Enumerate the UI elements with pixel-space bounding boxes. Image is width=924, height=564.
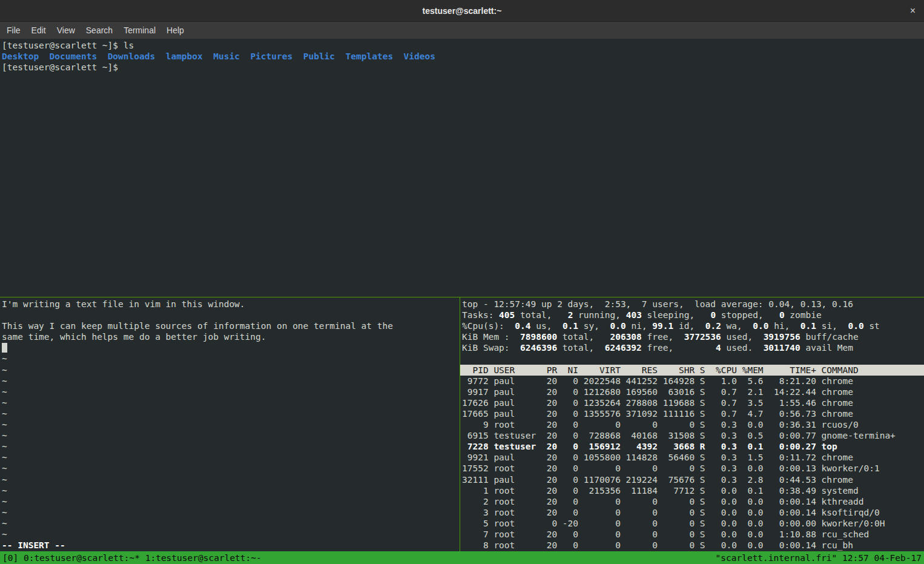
- directory-name: Documents: [50, 51, 97, 61]
- process-row: 5 root 0 -20 0 0 0 S 0.0 0.0 0:00.00 kwo…: [462, 518, 922, 529]
- top-header-row: PID USER PR NI VIRT RES SHR S %CPU %MEM …: [460, 365, 924, 376]
- vim-tilde: ~: [2, 365, 458, 376]
- process-row: 7228 testuser 20 0 156912 4392 3668 R 0.…: [462, 441, 922, 452]
- process-row: 32111 paul 20 0 1170076 219224 75676 S 0…: [462, 474, 922, 485]
- directory-name: Desktop: [2, 51, 39, 61]
- directory-name: Templates: [346, 51, 394, 61]
- close-icon[interactable]: ×: [910, 5, 916, 16]
- vim-tilde: ~: [2, 474, 458, 485]
- directory-name: Music: [213, 51, 240, 61]
- bottom-pane-row: I'm writing a text file in vim in this w…: [0, 297, 924, 551]
- directory-name: Videos: [404, 51, 435, 61]
- directory-name: Public: [303, 51, 335, 61]
- vim-tilde: ~: [2, 518, 458, 529]
- status-host-clock: "scarlett.internal.fri" 12:57 04-Feb-17: [716, 553, 922, 563]
- process-row: 6915 testuser 20 0 728868 40168 31508 S …: [462, 430, 922, 441]
- status-window-list: [0] 0:testuser@scarlett:~* 1:testuser@sc…: [2, 553, 262, 563]
- shell-pane[interactable]: [testuser@scarlett ~]$ ls Desktop Docume…: [0, 39, 924, 297]
- ls-output: Desktop Documents Downloads lampbox Musi…: [2, 51, 922, 62]
- vim-line: [2, 310, 458, 320]
- process-row: 3 root 20 0 0 0 0 S 0.0 0.0 0:00.14 ksof…: [462, 507, 922, 518]
- vim-tilde: ~: [2, 441, 458, 452]
- top-pane[interactable]: top - 12:57:49 up 2 days, 2:53, 7 users,…: [460, 297, 924, 551]
- shell-prompt-line: [testuser@scarlett ~]$: [2, 62, 922, 73]
- top-summary: top - 12:57:49 up 2 days, 2:53, 7 users,…: [462, 299, 922, 353]
- vim-tilde: ~: [2, 496, 458, 507]
- vim-tilde: ~: [2, 387, 458, 397]
- top-summary-line: Tasks: 405 total, 2 running, 403 sleepin…: [462, 310, 922, 320]
- vim-tilde: ~: [2, 507, 458, 518]
- process-row: 8 root 20 0 0 0 0 S 0.0 0.0 0:00.14 rcu_…: [462, 540, 922, 551]
- menu-help[interactable]: Help: [161, 22, 190, 39]
- vim-pane[interactable]: I'm writing a text file in vim in this w…: [0, 297, 460, 551]
- vim-tilde: ~: [2, 430, 458, 441]
- process-row: 17552 root 20 0 0 0 0 S 0.3 0.0 0:00.13 …: [462, 463, 922, 474]
- vim-cursor: [2, 343, 7, 353]
- terminal-window: testuser@scarlett:~ × File Edit View Sea…: [0, 0, 924, 564]
- process-row: 9921 paul 20 0 1055800 114828 56460 S 0.…: [462, 452, 922, 463]
- vim-tilde: ~: [2, 419, 458, 430]
- vim-mode-indicator: -- INSERT --: [2, 540, 65, 551]
- vim-line: This way I can keep multiple sources of …: [2, 320, 458, 331]
- vim-tilde: ~: [2, 376, 458, 387]
- vim-line: I'm writing a text file in vim in this w…: [2, 299, 458, 310]
- top-summary-line: top - 12:57:49 up 2 days, 2:53, 7 users,…: [462, 299, 922, 310]
- vim-tilde: ~: [2, 529, 458, 540]
- directory-name: lampbox: [166, 51, 203, 61]
- titlebar[interactable]: testuser@scarlett:~ ×: [0, 0, 924, 22]
- directory-name: Pictures: [250, 51, 292, 61]
- process-row: 2 root 20 0 0 0 0 S 0.0 0.0 0:00.14 kthr…: [462, 496, 922, 507]
- process-row: 1 root 20 0 215356 11184 7712 S 0.0 0.1 …: [462, 485, 922, 496]
- menu-file[interactable]: File: [1, 22, 26, 39]
- vim-tilde: ~: [2, 408, 458, 419]
- top-summary-line: KiB Swap: 6246396 total, 6246392 free, 4…: [462, 342, 922, 353]
- top-summary-line: KiB Mem : 7898600 total, 206308 free, 37…: [462, 331, 922, 342]
- process-row: 17665 paul 20 0 1355576 371092 111116 S …: [462, 408, 922, 419]
- vim-tilde: ~: [2, 463, 458, 474]
- menu-bar: File Edit View Search Terminal Help: [0, 22, 924, 39]
- vim-text: I'm writing a text file in vim in this w…: [2, 299, 458, 540]
- menu-edit[interactable]: Edit: [26, 22, 51, 39]
- vim-line: same time, which helps me do a better jo…: [2, 331, 458, 342]
- top-summary-line: %Cpu(s): 0.4 us, 0.1 sy, 0.0 ni, 99.1 id…: [462, 320, 922, 331]
- menu-terminal[interactable]: Terminal: [118, 22, 161, 39]
- top-process-list: 9772 paul 20 0 2022548 441252 164928 S 1…: [462, 376, 922, 551]
- terminal-area: [testuser@scarlett ~]$ ls Desktop Docume…: [0, 39, 924, 551]
- tmux-status-bar: [0] 0:testuser@scarlett:~* 1:testuser@sc…: [0, 551, 924, 564]
- vim-tilde: ~: [2, 397, 458, 408]
- process-row: 9772 paul 20 0 2022548 441252 164928 S 1…: [462, 376, 922, 387]
- vim-tilde: ~: [2, 353, 458, 364]
- vim-tilde: ~: [2, 485, 458, 496]
- menu-search[interactable]: Search: [81, 22, 118, 39]
- process-row: 9 root 20 0 0 0 0 S 0.3 0.0 0:36.31 rcuo…: [462, 419, 922, 430]
- process-row: 7 root 20 0 0 0 0 S 0.0 0.0 1:10.88 rcu_…: [462, 529, 922, 540]
- directory-name: Downloads: [108, 51, 156, 61]
- window-title: testuser@scarlett:~: [423, 6, 502, 16]
- vim-tilde: ~: [2, 452, 458, 463]
- shell-command-line: [testuser@scarlett ~]$ ls: [2, 40, 922, 51]
- menu-view[interactable]: View: [51, 22, 81, 39]
- blank-line: [462, 353, 922, 364]
- process-row: 17626 paul 20 0 1235264 278808 119688 S …: [462, 397, 922, 408]
- process-row: 9917 paul 20 0 1212680 169560 63016 S 0.…: [462, 387, 922, 397]
